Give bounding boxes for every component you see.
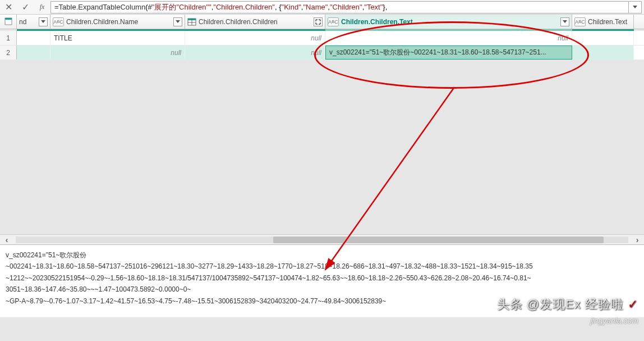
horizontal-scrollbar[interactable]: ‹ › [0,234,644,244]
column-expand-button[interactable] [314,17,323,26]
row-number[interactable]: 2 [0,46,17,60]
cell[interactable]: TITLE [50,31,185,45]
grid-corner[interactable] [0,15,17,29]
cell[interactable]: null [50,46,185,60]
watermark-sub: jingyanla.com [590,316,638,325]
table-row[interactable]: 1 TITLE null null [0,31,644,46]
cell[interactable]: null [185,31,325,45]
formula-cancel[interactable]: ✕ [0,2,17,12]
preview-line: v_sz002241="51~歌尔股份 [6,249,638,261]
scroll-thumb[interactable] [273,237,604,243]
formula-bar: ✕ ✓ fx = Table.ExpandTableColumn (# "展开的… [0,0,644,15]
chevron-down-icon [41,20,45,23]
column-filter-dropdown[interactable] [560,17,569,26]
preview-line: ~002241~18.31~18.60~18.58~547137~251016~… [6,261,638,272]
table-row[interactable]: 2 null null v_sz002241="51~歌尔股份~002241~1… [0,46,644,60]
scroll-right-arrow[interactable]: › [633,235,642,244]
watermark: 头条 @发现Ex 经验啦 ✓ [497,296,638,313]
preview-line: 3051~18.36~147.46~35.80~~~1.47~100473.58… [6,284,638,295]
cell[interactable]: null [325,31,572,45]
cell-selected[interactable]: v_sz002241="51~歌尔股份~002241~18.31~18.60~1… [325,46,572,60]
column-header-nd[interactable]: nd [17,15,50,29]
cell[interactable] [17,31,50,45]
formula-confirm[interactable]: ✓ [17,2,34,12]
cell[interactable]: null [185,46,325,60]
column-header-children-name[interactable]: ABC Children.Children.Name [50,15,185,29]
column-filter-dropdown[interactable] [39,17,48,26]
grid-empty-area [0,60,644,234]
scroll-track[interactable] [16,237,628,243]
column-header-children-text[interactable]: ABC Children.Children.Text [325,15,572,29]
svg-rect-1 [5,18,12,20]
chevron-down-icon [176,20,180,23]
data-grid: nd ABC Children.Children.Name Children.C… [0,15,644,244]
text-type-icon: ABC [328,17,339,26]
formula-dropdown[interactable] [628,1,642,13]
table-type-icon [187,17,196,26]
formula-input[interactable]: = Table.ExpandTableColumn (# "展开的"Childr… [50,1,629,13]
scroll-left-arrow[interactable]: ‹ [2,235,11,244]
column-header-text[interactable]: ABC Children.Text [572,15,634,29]
cell[interactable] [572,31,634,45]
row-number[interactable]: 1 [0,31,17,45]
chevron-down-icon [563,20,567,23]
check-icon: ✓ [628,297,638,311]
preview-line: ~1212~~20230522151954~-0.29~-1.56~18.60~… [6,272,638,284]
text-type-icon: ABC [574,17,586,26]
text-type-icon: ABC [53,17,64,26]
grid-body: 1 TITLE null null 2 null null v_sz002241… [0,31,644,60]
column-filter-dropdown[interactable] [173,17,182,26]
cell[interactable] [17,46,50,60]
chevron-down-icon [633,6,637,8]
cell[interactable] [572,46,634,60]
grid-header-row: nd ABC Children.Children.Name Children.C… [0,15,644,29]
fx-label: fx [34,3,50,11]
column-header-children-children[interactable]: Children.Children.Children [185,15,325,29]
